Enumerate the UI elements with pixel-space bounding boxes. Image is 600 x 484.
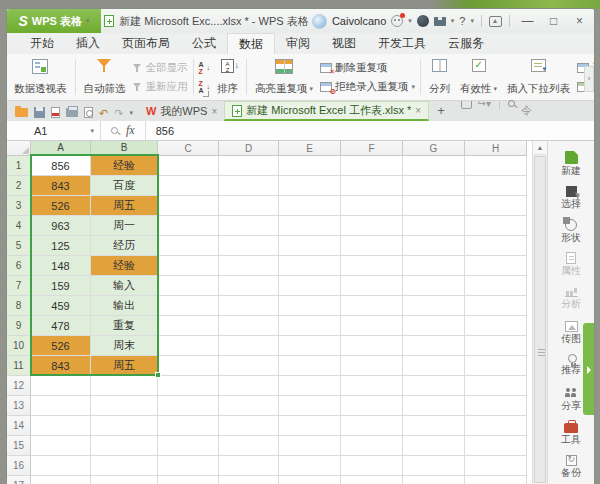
cell-E7[interactable] xyxy=(279,276,341,296)
cell-H11[interactable] xyxy=(465,356,527,376)
cell-E10[interactable] xyxy=(279,336,341,356)
cell-F12[interactable] xyxy=(341,376,403,396)
column-header-B[interactable]: B xyxy=(91,141,158,156)
ribbon-tab-公式[interactable]: 公式 xyxy=(181,33,227,54)
sort-button[interactable]: AZ 排序 xyxy=(212,56,243,98)
cell-E6[interactable] xyxy=(279,256,341,276)
column-header-H[interactable]: H xyxy=(465,141,527,156)
row-header-1[interactable]: 1 xyxy=(7,156,31,176)
cell-A7[interactable]: 159 xyxy=(31,276,91,296)
cell-D9[interactable] xyxy=(219,316,279,336)
cell-D13[interactable] xyxy=(219,396,279,416)
cell-B4[interactable]: 周一 xyxy=(91,216,158,236)
cell-H13[interactable] xyxy=(465,396,527,416)
row-header-3[interactable]: 3 xyxy=(7,196,31,216)
column-header-F[interactable]: F xyxy=(341,141,403,156)
cell-B2[interactable]: 百度 xyxy=(91,176,158,196)
cell-C16[interactable] xyxy=(158,456,219,476)
cell-C5[interactable] xyxy=(158,236,219,256)
row-header-15[interactable]: 15 xyxy=(7,436,31,456)
cell-F9[interactable] xyxy=(341,316,403,336)
vertical-scrollbar[interactable]: ▲ xyxy=(532,141,547,484)
cell-G13[interactable] xyxy=(403,396,465,416)
cell-F1[interactable] xyxy=(341,156,403,176)
ribbon-tab-数据[interactable]: 数据 xyxy=(227,33,275,54)
open-file-icon[interactable] xyxy=(15,108,28,117)
cell-H17[interactable] xyxy=(465,476,527,484)
help-button[interactable]: ? xyxy=(459,15,465,27)
cell-C3[interactable] xyxy=(158,196,219,216)
cell-A6[interactable]: 148 xyxy=(31,256,91,276)
cell-D7[interactable] xyxy=(219,276,279,296)
cell-G14[interactable] xyxy=(403,416,465,436)
close-button[interactable]: × xyxy=(569,11,590,31)
app-menu-button[interactable]: S WPS 表格 ▾ xyxy=(7,9,101,33)
chevron-down-icon[interactable]: ▾ xyxy=(408,17,412,25)
fx-icon[interactable]: fx xyxy=(126,123,135,138)
cell-G3[interactable] xyxy=(403,196,465,216)
cell-B16[interactable] xyxy=(91,456,158,476)
cell-F17[interactable] xyxy=(341,476,403,484)
ribbon-tab-视图[interactable]: 视图 xyxy=(321,33,367,54)
home-tab[interactable]: W 我的WPS × xyxy=(139,101,224,121)
cell-C4[interactable] xyxy=(158,216,219,236)
cell-F15[interactable] xyxy=(341,436,403,456)
minimize-button[interactable]: — xyxy=(517,11,538,31)
search-icon[interactable] xyxy=(111,127,118,134)
export-pdf-icon[interactable] xyxy=(51,107,60,118)
ribbon-tab-开始[interactable]: 开始 xyxy=(19,33,65,54)
show-all-button[interactable]: 全部显示 xyxy=(133,60,188,75)
row-header-2[interactable]: 2 xyxy=(7,176,31,196)
customize-toolbar-chevron-icon[interactable]: ▾ xyxy=(129,109,133,117)
cell-E4[interactable] xyxy=(279,216,341,236)
cell-D2[interactable] xyxy=(219,176,279,196)
chevron-down-icon[interactable]: ▾ xyxy=(90,127,94,135)
user-avatar[interactable] xyxy=(312,14,327,29)
cell-G5[interactable] xyxy=(403,236,465,256)
row-header-12[interactable]: 12 xyxy=(7,376,31,396)
row-header-6[interactable]: 6 xyxy=(7,256,31,276)
cell-E1[interactable] xyxy=(279,156,341,176)
cell-D3[interactable] xyxy=(219,196,279,216)
cell-A17[interactable] xyxy=(31,476,91,484)
cell-E12[interactable] xyxy=(279,376,341,396)
cell-A2[interactable]: 843 xyxy=(31,176,91,196)
cell-G12[interactable] xyxy=(403,376,465,396)
cell-C9[interactable] xyxy=(158,316,219,336)
cell-E5[interactable] xyxy=(279,236,341,256)
cell-B15[interactable] xyxy=(91,436,158,456)
column-header-C[interactable]: C xyxy=(158,141,219,156)
cell-D16[interactable] xyxy=(219,456,279,476)
sidebar-item-新建[interactable]: 新建 xyxy=(554,151,588,181)
save-icon[interactable] xyxy=(34,107,45,118)
cell-E8[interactable] xyxy=(279,296,341,316)
row-header-17[interactable]: 17 xyxy=(7,476,31,484)
cell-H3[interactable] xyxy=(465,196,527,216)
formula-input[interactable]: 856 xyxy=(146,125,174,137)
cell-C7[interactable] xyxy=(158,276,219,296)
cell-A8[interactable]: 459 xyxy=(31,296,91,316)
cell-C13[interactable] xyxy=(158,396,219,416)
text-to-columns-button[interactable]: 分列 xyxy=(424,56,455,98)
cell-H5[interactable] xyxy=(465,236,527,256)
cell-B17[interactable] xyxy=(91,476,158,484)
cell-G15[interactable] xyxy=(403,436,465,456)
cell-F13[interactable] xyxy=(341,396,403,416)
row-header-4[interactable]: 4 xyxy=(7,216,31,236)
ribbon-tab-页面布局[interactable]: 页面布局 xyxy=(111,33,181,54)
cell-F11[interactable] xyxy=(341,356,403,376)
cell-G8[interactable] xyxy=(403,296,465,316)
cell-F16[interactable] xyxy=(341,456,403,476)
active-document-tab[interactable]: 新建 Microsoft Excel 工作表.xlsx * × xyxy=(224,101,429,121)
row-header-16[interactable]: 16 xyxy=(7,456,31,476)
cell-C15[interactable] xyxy=(158,436,219,456)
pivot-table-button[interactable]: 数据透视表 xyxy=(9,56,72,98)
cell-C17[interactable] xyxy=(158,476,219,484)
remove-duplicates-button[interactable]: 删除重复项 xyxy=(320,60,415,75)
cell-G16[interactable] xyxy=(403,456,465,476)
cell-B3[interactable]: 周五 xyxy=(91,196,158,216)
ribbon-tab-云服务[interactable]: 云服务 xyxy=(437,33,495,54)
hide-ribbon-icon[interactable] xyxy=(489,16,502,27)
row-header-5[interactable]: 5 xyxy=(7,236,31,256)
cell-D10[interactable] xyxy=(219,336,279,356)
